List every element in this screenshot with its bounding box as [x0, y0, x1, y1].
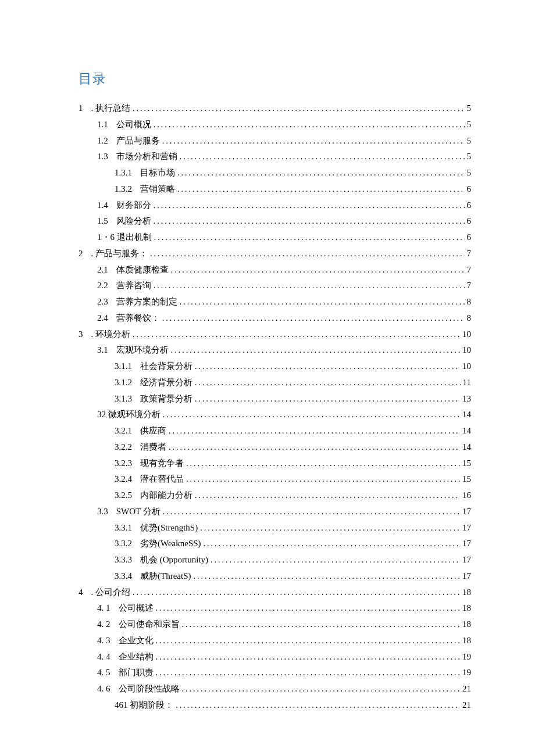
toc-entry-page: 7: [467, 262, 472, 278]
toc-leader-dots: [171, 342, 460, 359]
toc-leader-dots: [133, 585, 460, 601]
toc-entry-page: 6: [467, 230, 472, 246]
toc-entry-number: 3.1: [97, 342, 108, 359]
toc-entry-text: 营养餐饮：: [116, 310, 160, 327]
toc-body: 1. 执行总结51.1公司概况51.2产品与服务51.3市场分析和营销51.3.…: [79, 101, 471, 714]
toc-leader-dots: [182, 681, 461, 697]
toc-entry-page: 18: [462, 633, 471, 649]
toc-entry-number: 1.4: [97, 198, 108, 214]
toc-entry-text: 供应商: [140, 423, 166, 439]
toc-entry: 2.3营养方案的制定8: [79, 294, 471, 310]
toc-entry: 4. 6公司阶段性战略21: [79, 681, 471, 697]
toc-leader-dots: [195, 375, 461, 391]
toc-entry-text: 经济背景分析: [140, 375, 192, 391]
toc-leader-dots: [150, 246, 465, 262]
toc-entry: 4. 5部门职责19: [79, 665, 471, 681]
toc-entry-text: SWOT 分析: [116, 504, 160, 520]
toc-leader-dots: [163, 407, 460, 423]
toc-entry: 3.1.3政策背景分析13: [79, 391, 471, 407]
toc-entry-text: 优势(StrengthS): [140, 520, 198, 536]
toc-entry-number: 3.2.5: [115, 488, 132, 504]
toc-entry-text: 公司使命和宗旨: [119, 617, 180, 633]
toc-entry-number: 1.5: [97, 213, 108, 230]
toc-entry: 1.5风险分析6: [79, 213, 471, 230]
toc-entry-page: 10: [462, 359, 471, 375]
toc-entry-page: 14: [462, 439, 471, 456]
toc-entry-text: 企业结构: [119, 649, 154, 665]
toc-leader-dots: [169, 423, 460, 439]
toc-leader-dots: [156, 665, 461, 681]
toc-entry-text: 潜在替代品: [140, 471, 184, 488]
toc-entry: 2.2营养咨询7: [79, 278, 471, 294]
toc-leader-dots: [211, 552, 460, 568]
toc-entry-page: 19: [462, 649, 471, 665]
toc-entry-text: 部门职责: [119, 665, 154, 681]
toc-entry: 3.3.4威胁(ThreatS)17: [79, 568, 471, 585]
toc-entry: 3.3.1优势(StrengthS)17: [79, 520, 471, 536]
toc-leader-dots: [200, 520, 460, 536]
toc-entry-text: 营销策略: [140, 181, 175, 198]
toc-entry-number: 3.3.2: [115, 536, 132, 552]
toc-entry-number: 3.1.3: [115, 391, 132, 407]
toc-entry: 3.1宏观环境分析10: [79, 342, 471, 359]
toc-leader-dots: [133, 101, 465, 117]
toc-entry: 3.2.3现有竞争者15: [79, 456, 471, 472]
toc-entry-number: 4. 4: [97, 649, 110, 665]
toc-entry: 3.3.2劣势(WeakneSS)17: [79, 536, 471, 552]
toc-leader-dots: [154, 278, 465, 294]
toc-leader-dots: [204, 536, 460, 552]
toc-entry: 3.3.3机会 (Opportunity)17: [79, 552, 471, 568]
toc-entry-number: 4. 6: [97, 681, 110, 697]
toc-entry-text: 461 初期阶段：: [115, 697, 173, 714]
toc-entry-number: 3.2.1: [115, 423, 132, 439]
toc-leader-dots: [177, 181, 465, 198]
toc-entry: 3.2.4潜在替代品15: [79, 471, 471, 488]
toc-entry: 2.1体质健康检查7: [79, 262, 471, 278]
toc-entry-page: 17: [462, 520, 471, 536]
toc-entry-number: 3.3.1: [115, 520, 132, 536]
toc-entry-text: 劣势(WeakneSS): [140, 536, 201, 552]
toc-entry-number: 3.2.2: [115, 439, 132, 456]
toc-entry-text: 营养咨询: [116, 278, 151, 294]
toc-leader-dots: [193, 568, 460, 585]
toc-entry-page: 11: [463, 375, 471, 391]
toc-entry-text: . 执行总结: [91, 101, 131, 117]
toc-entry-text: 营养方案的制定: [116, 294, 177, 310]
toc-leader-dots: [156, 633, 461, 649]
toc-entry-number: 3.2.4: [115, 471, 132, 488]
toc-entry-number: 4: [79, 585, 83, 601]
toc-entry-number: 4. 5: [97, 665, 110, 681]
toc-entry-page: 21: [462, 697, 471, 714]
toc-entry-page: 15: [462, 456, 471, 472]
toc-entry-number: 2.3: [97, 294, 108, 310]
toc-entry-text: 公司概述: [119, 600, 154, 617]
toc-entry-page: 5: [467, 133, 472, 149]
toc-entry: 3.2.2消费者14: [79, 439, 471, 456]
toc-entry-number: 3.1.2: [115, 375, 132, 391]
toc-leader-dots: [156, 649, 461, 665]
toc-entry: 3.2.1供应商14: [79, 423, 471, 439]
toc-entry-number: 1.3.2: [115, 181, 132, 198]
toc-leader-dots: [169, 439, 460, 456]
toc-entry-page: 21: [462, 681, 471, 697]
toc-entry-text: 市场分析和营销: [116, 149, 177, 165]
toc-leader-dots: [195, 488, 460, 504]
toc-entry-text: 财务部分: [116, 198, 151, 214]
toc-leader-dots: [176, 697, 460, 714]
toc-entry: 1. 执行总结5: [79, 101, 471, 117]
toc-entry-text: 公司概况: [116, 117, 151, 133]
toc-leader-dots: [171, 262, 465, 278]
toc-entry-page: 6: [467, 198, 472, 214]
toc-entry-page: 17: [462, 536, 471, 552]
toc-entry-page: 17: [462, 552, 471, 568]
toc-entry-text: 体质健康检查: [116, 262, 169, 278]
toc-entry-text: 风险分析: [116, 213, 151, 230]
toc-entry-page: 14: [462, 407, 471, 423]
toc-entry-number: 1.3.1: [115, 165, 132, 181]
toc-entry: 4. 1公司概述18: [79, 600, 471, 617]
toc-entry: 1.3.2营销策略6: [79, 181, 471, 198]
toc-entry-text: 产品与服务: [116, 133, 160, 149]
toc-leader-dots: [182, 617, 461, 633]
toc-leader-dots: [177, 165, 465, 181]
toc-entry-text: 社会背景分析: [140, 359, 192, 375]
